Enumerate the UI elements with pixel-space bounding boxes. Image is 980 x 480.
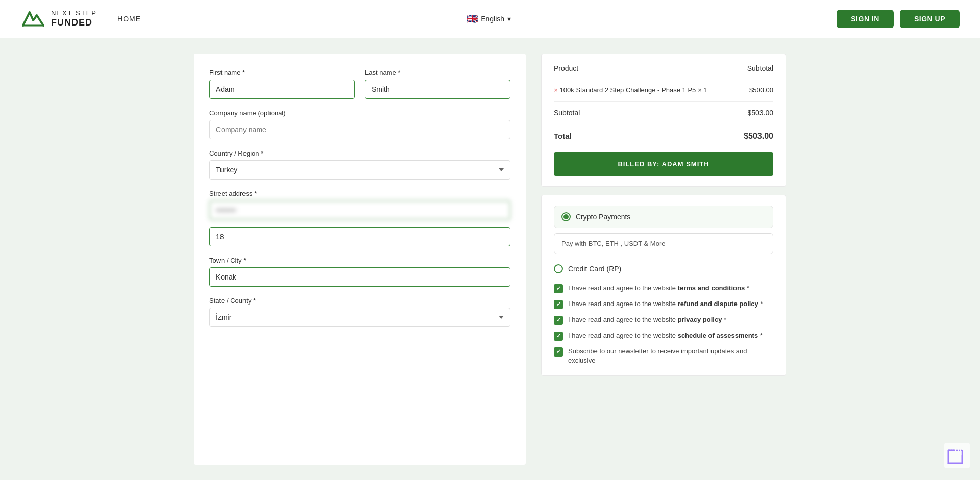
country-label: Country / Region * bbox=[209, 149, 510, 157]
first-name-label: First name * bbox=[209, 69, 355, 77]
company-name-group: Company name (optional) bbox=[209, 109, 510, 139]
last-name-group: Last name * bbox=[365, 69, 510, 99]
town-input[interactable] bbox=[209, 267, 510, 287]
credit-card-label: Credit Card (RP) bbox=[568, 265, 621, 273]
company-name-label: Company name (optional) bbox=[209, 109, 510, 117]
country-group: Country / Region * Turkey bbox=[209, 149, 510, 180]
order-table: Product Subtotal × 100k Standard 2 Step … bbox=[541, 54, 786, 187]
flag-icon: 🇬🇧 bbox=[467, 13, 478, 24]
checkbox-schedule: ✓ I have read and agree to the website s… bbox=[554, 331, 773, 341]
header-left: NEXT STEP FUNDED HOME bbox=[20, 6, 141, 32]
order-total-row: Total $503.00 bbox=[554, 124, 773, 148]
credit-card-option[interactable]: Credit Card (RP) bbox=[554, 259, 773, 279]
checkbox-newsletter: ✓ Subscribe to our newsletter to receive… bbox=[554, 347, 773, 365]
company-name-input[interactable] bbox=[209, 120, 510, 139]
privacy-checkbox[interactable]: ✓ bbox=[554, 316, 563, 325]
header-buttons: SIGN IN SIGN UP bbox=[837, 10, 960, 28]
street-address-input[interactable] bbox=[209, 200, 510, 220]
street-address-label: Street address * bbox=[209, 190, 510, 197]
crypto-sub-box: Pay with BTC, ETH , USDT & More bbox=[554, 233, 773, 254]
refund-text: I have read and agree to the website ref… bbox=[568, 299, 773, 309]
order-subtotal-row: Subtotal $503.00 bbox=[554, 102, 773, 124]
checkbox-group: ✓ I have read and agree to the website t… bbox=[554, 279, 773, 365]
state-group: State / County * İzmir bbox=[209, 297, 510, 327]
checkbox-refund: ✓ I have read and agree to the website r… bbox=[554, 299, 773, 309]
town-label: Town / City * bbox=[209, 257, 510, 264]
header: NEXT STEP FUNDED HOME 🇬🇧 English ▾ SIGN … bbox=[0, 0, 980, 38]
subtotal-label: Subtotal bbox=[554, 109, 580, 117]
subtotal-value: $503.00 bbox=[747, 109, 773, 117]
crypto-label: Crypto Payments bbox=[576, 213, 630, 221]
order-summary: Product Subtotal × 100k Standard 2 Step … bbox=[541, 54, 786, 465]
first-name-input[interactable] bbox=[209, 80, 355, 99]
total-value: $503.00 bbox=[744, 132, 773, 141]
terms-text: I have read and agree to the website ter… bbox=[568, 284, 773, 293]
crypto-radio-inner bbox=[564, 214, 569, 219]
logo[interactable]: NEXT STEP FUNDED bbox=[20, 6, 97, 32]
nav-home-link[interactable]: HOME bbox=[117, 15, 141, 23]
logo-name-top: NEXT STEP bbox=[51, 9, 97, 17]
newsletter-checkbox[interactable]: ✓ bbox=[554, 347, 563, 357]
total-label: Total bbox=[554, 132, 572, 141]
main-content: First name * Last name * Company name (o… bbox=[184, 38, 796, 480]
crypto-sub-text: Pay with BTC, ETH , USDT & More bbox=[561, 240, 665, 247]
sign-up-button[interactable]: SIGN UP bbox=[900, 10, 960, 28]
country-select[interactable]: Turkey bbox=[209, 160, 510, 180]
order-table-header: Product Subtotal bbox=[554, 64, 773, 79]
state-label: State / County * bbox=[209, 297, 510, 305]
watermark-icon bbox=[944, 443, 970, 468]
first-name-group: First name * bbox=[209, 69, 355, 99]
order-item-name: × 100k Standard 2 Step Challenge - Phase… bbox=[554, 86, 707, 94]
last-name-label: Last name * bbox=[365, 69, 510, 77]
newsletter-text: Subscribe to our newsletter to receive i… bbox=[568, 347, 773, 365]
state-select[interactable]: İzmir bbox=[209, 308, 510, 327]
checkbox-terms: ✓ I have read and agree to the website t… bbox=[554, 284, 773, 293]
last-name-input[interactable] bbox=[365, 80, 510, 99]
payment-options: Crypto Payments Pay with BTC, ETH , USDT… bbox=[541, 195, 786, 376]
remove-item-icon[interactable]: × bbox=[554, 86, 558, 94]
refund-checkbox[interactable]: ✓ bbox=[554, 300, 563, 309]
sign-in-button[interactable]: SIGN IN bbox=[837, 10, 894, 28]
schedule-checkbox[interactable]: ✓ bbox=[554, 332, 563, 341]
credit-card-radio[interactable] bbox=[554, 264, 563, 273]
product-header: Product bbox=[554, 64, 578, 72]
terms-checkbox[interactable]: ✓ bbox=[554, 284, 563, 293]
schedule-text: I have read and agree to the website sch… bbox=[568, 331, 773, 340]
privacy-text: I have read and agree to the website pri… bbox=[568, 315, 773, 324]
language-selector[interactable]: 🇬🇧 English ▾ bbox=[467, 13, 511, 24]
subtotal-header: Subtotal bbox=[747, 64, 773, 72]
checkbox-privacy: ✓ I have read and agree to the website p… bbox=[554, 315, 773, 325]
logo-text: NEXT STEP FUNDED bbox=[51, 9, 97, 28]
chevron-down-icon: ▾ bbox=[507, 15, 511, 23]
name-row: First name * Last name * bbox=[209, 69, 510, 99]
logo-icon bbox=[20, 6, 46, 32]
street-address2-input[interactable] bbox=[209, 227, 510, 246]
watermark bbox=[944, 443, 970, 470]
logo-name-bottom: FUNDED bbox=[51, 17, 97, 29]
billing-form: First name * Last name * Company name (o… bbox=[194, 54, 526, 465]
street-address-group: Street address * bbox=[209, 190, 510, 246]
order-item-price: $503.00 bbox=[749, 86, 773, 94]
order-item-row: × 100k Standard 2 Step Challenge - Phase… bbox=[554, 79, 773, 102]
crypto-radio[interactable] bbox=[561, 212, 571, 221]
town-group: Town / City * bbox=[209, 257, 510, 287]
crypto-payment-option[interactable]: Crypto Payments bbox=[554, 206, 773, 228]
order-item-label: 100k Standard 2 Step Challenge - Phase 1… bbox=[560, 86, 707, 94]
billed-by-button[interactable]: BILLED BY: ADAM SMITH bbox=[554, 152, 773, 176]
language-label: English bbox=[481, 15, 504, 23]
